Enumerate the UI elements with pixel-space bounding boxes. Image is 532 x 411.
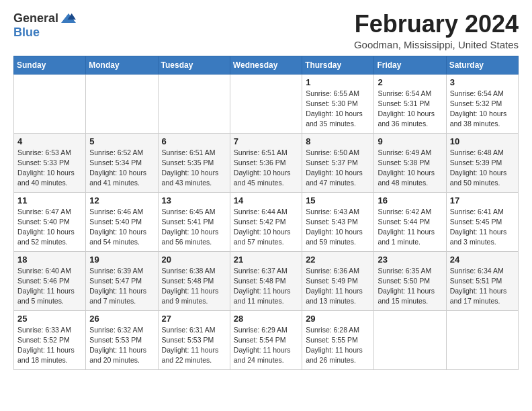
header-saturday: Saturday — [446, 56, 518, 74]
day-info: Sunrise: 6:37 AM Sunset: 5:48 PM Dayligh… — [234, 266, 298, 307]
table-row: 28Sunrise: 6:29 AM Sunset: 5:54 PM Dayli… — [230, 310, 302, 369]
calendar-week-3: 11Sunrise: 6:47 AM Sunset: 5:40 PM Dayli… — [14, 192, 519, 251]
table-row — [14, 74, 86, 133]
table-row: 10Sunrise: 6:48 AM Sunset: 5:39 PM Dayli… — [446, 133, 518, 192]
day-number: 26 — [89, 314, 154, 324]
day-info: Sunrise: 6:29 AM Sunset: 5:54 PM Dayligh… — [234, 325, 298, 366]
day-number: 20 — [162, 255, 226, 265]
day-info: Sunrise: 6:51 AM Sunset: 5:36 PM Dayligh… — [234, 148, 298, 189]
day-number: 10 — [450, 136, 515, 146]
calendar-week-4: 18Sunrise: 6:40 AM Sunset: 5:46 PM Dayli… — [14, 251, 519, 310]
day-info: Sunrise: 6:54 AM Sunset: 5:31 PM Dayligh… — [378, 89, 442, 130]
table-row — [446, 310, 518, 369]
day-info: Sunrise: 6:43 AM Sunset: 5:43 PM Dayligh… — [306, 207, 370, 248]
logo-blue-text: Blue — [13, 26, 40, 40]
table-row — [86, 74, 158, 133]
header-sunday: Sunday — [14, 56, 86, 74]
table-row: 15Sunrise: 6:43 AM Sunset: 5:43 PM Dayli… — [302, 192, 374, 251]
day-info: Sunrise: 6:48 AM Sunset: 5:39 PM Dayligh… — [450, 148, 515, 189]
header-wednesday: Wednesday — [230, 56, 302, 74]
header-monday: Monday — [86, 56, 158, 74]
day-info: Sunrise: 6:32 AM Sunset: 5:53 PM Dayligh… — [89, 325, 154, 366]
title-area: February 2024 Goodman, Mississippi, Unit… — [354, 11, 519, 50]
day-number: 14 — [234, 195, 298, 205]
day-number: 27 — [162, 314, 226, 324]
table-row: 4Sunrise: 6:53 AM Sunset: 5:33 PM Daylig… — [14, 133, 86, 192]
day-number: 11 — [17, 195, 82, 205]
day-info: Sunrise: 6:33 AM Sunset: 5:52 PM Dayligh… — [17, 325, 82, 366]
logo-general-text: General — [13, 11, 58, 26]
day-number: 16 — [378, 195, 442, 205]
table-row: 23Sunrise: 6:35 AM Sunset: 5:50 PM Dayli… — [374, 251, 446, 310]
day-number: 1 — [306, 77, 370, 87]
day-info: Sunrise: 6:41 AM Sunset: 5:45 PM Dayligh… — [450, 207, 515, 248]
day-number: 21 — [234, 255, 298, 265]
day-number: 19 — [89, 255, 154, 265]
day-info: Sunrise: 6:55 AM Sunset: 5:30 PM Dayligh… — [306, 89, 370, 130]
day-info: Sunrise: 6:47 AM Sunset: 5:40 PM Dayligh… — [17, 207, 82, 248]
table-row: 6Sunrise: 6:51 AM Sunset: 5:35 PM Daylig… — [158, 133, 230, 192]
day-info: Sunrise: 6:50 AM Sunset: 5:37 PM Dayligh… — [306, 148, 370, 189]
table-row: 21Sunrise: 6:37 AM Sunset: 5:48 PM Dayli… — [230, 251, 302, 310]
day-number: 24 — [450, 255, 515, 265]
day-number: 25 — [17, 314, 82, 324]
day-number: 23 — [378, 255, 442, 265]
table-row: 2Sunrise: 6:54 AM Sunset: 5:31 PM Daylig… — [374, 74, 446, 133]
header-thursday: Thursday — [302, 56, 374, 74]
table-row: 22Sunrise: 6:36 AM Sunset: 5:49 PM Dayli… — [302, 251, 374, 310]
table-row — [230, 74, 302, 133]
day-info: Sunrise: 6:44 AM Sunset: 5:42 PM Dayligh… — [234, 207, 298, 248]
calendar-week-5: 25Sunrise: 6:33 AM Sunset: 5:52 PM Dayli… — [14, 310, 519, 369]
table-row: 8Sunrise: 6:50 AM Sunset: 5:37 PM Daylig… — [302, 133, 374, 192]
table-row: 1Sunrise: 6:55 AM Sunset: 5:30 PM Daylig… — [302, 74, 374, 133]
table-row: 13Sunrise: 6:45 AM Sunset: 5:41 PM Dayli… — [158, 192, 230, 251]
table-row: 19Sunrise: 6:39 AM Sunset: 5:47 PM Dayli… — [86, 251, 158, 310]
day-info: Sunrise: 6:51 AM Sunset: 5:35 PM Dayligh… — [162, 148, 226, 189]
day-number: 9 — [378, 136, 442, 146]
day-number: 22 — [306, 255, 370, 265]
month-title: February 2024 — [354, 11, 519, 38]
table-row — [374, 310, 446, 369]
day-number: 17 — [450, 195, 515, 205]
table-row: 3Sunrise: 6:54 AM Sunset: 5:32 PM Daylig… — [446, 74, 518, 133]
day-info: Sunrise: 6:36 AM Sunset: 5:49 PM Dayligh… — [306, 266, 370, 307]
day-number: 7 — [234, 136, 298, 146]
day-info: Sunrise: 6:35 AM Sunset: 5:50 PM Dayligh… — [378, 266, 442, 307]
day-info: Sunrise: 6:53 AM Sunset: 5:33 PM Dayligh… — [17, 148, 82, 189]
day-number: 15 — [306, 195, 370, 205]
day-info: Sunrise: 6:34 AM Sunset: 5:51 PM Dayligh… — [450, 266, 515, 307]
table-row: 14Sunrise: 6:44 AM Sunset: 5:42 PM Dayli… — [230, 192, 302, 251]
day-number: 5 — [89, 136, 154, 146]
day-info: Sunrise: 6:45 AM Sunset: 5:41 PM Dayligh… — [162, 207, 226, 248]
day-info: Sunrise: 6:49 AM Sunset: 5:38 PM Dayligh… — [378, 148, 442, 189]
day-info: Sunrise: 6:31 AM Sunset: 5:53 PM Dayligh… — [162, 325, 226, 366]
table-row: 5Sunrise: 6:52 AM Sunset: 5:34 PM Daylig… — [86, 133, 158, 192]
day-number: 29 — [306, 314, 370, 324]
table-row: 18Sunrise: 6:40 AM Sunset: 5:46 PM Dayli… — [14, 251, 86, 310]
calendar-week-1: 1Sunrise: 6:55 AM Sunset: 5:30 PM Daylig… — [14, 74, 519, 133]
table-row: 12Sunrise: 6:46 AM Sunset: 5:40 PM Dayli… — [86, 192, 158, 251]
calendar-table: Sunday Monday Tuesday Wednesday Thursday… — [13, 56, 519, 370]
day-number: 28 — [234, 314, 298, 324]
day-number: 18 — [17, 255, 82, 265]
table-row — [158, 74, 230, 133]
calendar-week-2: 4Sunrise: 6:53 AM Sunset: 5:33 PM Daylig… — [14, 133, 519, 192]
day-info: Sunrise: 6:40 AM Sunset: 5:46 PM Dayligh… — [17, 266, 82, 307]
calendar-header-row: Sunday Monday Tuesday Wednesday Thursday… — [14, 56, 519, 74]
logo: General Blue — [13, 11, 76, 40]
day-number: 6 — [162, 136, 226, 146]
table-row: 20Sunrise: 6:38 AM Sunset: 5:48 PM Dayli… — [158, 251, 230, 310]
day-number: 13 — [162, 195, 226, 205]
header-tuesday: Tuesday — [158, 56, 230, 74]
day-info: Sunrise: 6:39 AM Sunset: 5:47 PM Dayligh… — [89, 266, 154, 307]
day-number: 12 — [89, 195, 154, 205]
table-row: 24Sunrise: 6:34 AM Sunset: 5:51 PM Dayli… — [446, 251, 518, 310]
page-header: General Blue February 2024 Goodman, Miss… — [13, 11, 519, 50]
day-info: Sunrise: 6:42 AM Sunset: 5:44 PM Dayligh… — [378, 207, 442, 248]
day-number: 4 — [17, 136, 82, 146]
table-row: 11Sunrise: 6:47 AM Sunset: 5:40 PM Dayli… — [14, 192, 86, 251]
day-info: Sunrise: 6:54 AM Sunset: 5:32 PM Dayligh… — [450, 89, 515, 130]
logo-icon — [61, 11, 76, 26]
location-text: Goodman, Mississippi, United States — [354, 39, 519, 50]
table-row: 27Sunrise: 6:31 AM Sunset: 5:53 PM Dayli… — [158, 310, 230, 369]
